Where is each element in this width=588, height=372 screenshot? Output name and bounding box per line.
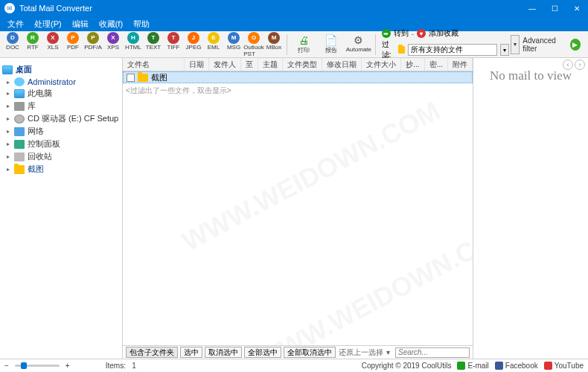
filter-hint[interactable]: <过滤出了一些文件，双击显示> xyxy=(123,83,473,98)
desktop-icon xyxy=(2,65,13,74)
user-icon xyxy=(14,77,25,86)
e-mail-link[interactable]: E-mail xyxy=(457,362,488,370)
expand-icon[interactable]: ▸ xyxy=(5,128,11,135)
expand-icon[interactable]: ▸ xyxy=(5,115,11,122)
restore-dropdown-icon[interactable]: ▾ xyxy=(386,348,390,356)
select-action-button[interactable]: 取消选中 xyxy=(205,347,242,358)
tree-node[interactable]: ▸截图 xyxy=(2,163,120,176)
menu-item[interactable]: 编辑 xyxy=(68,17,93,31)
column-header-cell[interactable]: 密... xyxy=(425,58,448,71)
menu-item[interactable]: 帮助 xyxy=(129,17,154,31)
打印-button[interactable]: 🖨打印 xyxy=(290,34,317,54)
expand-icon[interactable]: ▸ xyxy=(5,79,11,86)
export-pdf-button[interactable]: PPDF xyxy=(63,32,83,57)
column-header-cell[interactable]: 文件名 xyxy=(123,58,185,71)
column-header-cell[interactable]: 文件类型 xyxy=(283,58,322,71)
column-header-cell[interactable]: 修改日期 xyxy=(322,58,362,71)
automate-button[interactable]: ⚙Automate xyxy=(345,34,372,54)
export-jpeg-button[interactable]: JJPEG xyxy=(184,32,203,57)
tree-node[interactable]: ▸库 xyxy=(2,100,120,112)
disc-icon xyxy=(14,115,25,124)
tree-root-label: 桌面 xyxy=(16,64,32,75)
menu-item[interactable]: 文件 xyxy=(3,17,28,31)
menu-item[interactable]: 收藏(f) xyxy=(95,17,127,31)
expand-icon[interactable]: ▸ xyxy=(5,90,11,97)
facebook-icon xyxy=(495,362,503,370)
tree-node[interactable]: ▸回收站 xyxy=(2,150,120,163)
restore-selection-link[interactable]: 还原上一选择 xyxy=(339,347,383,358)
export-tiff-button[interactable]: TTIFF xyxy=(164,32,183,57)
tree-node-label: 回收站 xyxy=(28,151,52,162)
goto-link[interactable]: 转到 xyxy=(394,28,409,39)
tree-node-label: 网络 xyxy=(28,126,44,137)
format-icon: H xyxy=(127,32,139,44)
column-header-cell[interactable]: 日期 xyxy=(185,58,209,71)
row-checkbox[interactable] xyxy=(127,74,135,82)
tree-node[interactable]: ▸此电脑 xyxy=(2,87,120,100)
export-xps-button[interactable]: XXPS xyxy=(103,32,123,57)
automate-icon: ⚙ xyxy=(354,34,363,46)
close-button[interactable]: ✕ xyxy=(566,0,588,16)
youtube-link[interactable]: YouTube xyxy=(544,362,584,370)
tree-root[interactable]: 桌面 xyxy=(2,62,120,77)
tree-node[interactable]: ▸网络 xyxy=(2,125,120,138)
column-header-cell[interactable]: 文件大小 xyxy=(362,58,401,71)
preview-prev-button[interactable]: ‹ xyxy=(563,60,573,70)
zoom-slider[interactable] xyxy=(15,365,60,367)
expand-icon[interactable]: ▸ xyxy=(5,166,11,173)
export-msg-button[interactable]: MMSG xyxy=(224,32,243,57)
filter-input[interactable] xyxy=(408,44,497,56)
format-icon: M xyxy=(228,32,240,44)
zoom-in-button[interactable]: + xyxy=(65,362,70,370)
file-row[interactable]: 截图 xyxy=(123,71,473,83)
export-xls-button[interactable]: XXLS xyxy=(43,32,63,57)
goto-icon: ➡ xyxy=(382,29,391,38)
export-outlook pst-button[interactable]: OOutlook PST xyxy=(244,32,263,57)
export-doc-button[interactable]: DDOC xyxy=(3,32,22,57)
select-action-button[interactable]: 选中 xyxy=(180,347,202,358)
filter-folder-icon xyxy=(398,46,405,54)
items-label: Items: xyxy=(106,362,126,370)
app-title: Total Mail Converter xyxy=(19,4,92,13)
select-action-button[interactable]: 全部取消选中 xyxy=(284,347,336,358)
column-header-cell[interactable]: 抄... xyxy=(401,58,424,71)
statusbar: − + Items: 1 Copyright © 2019 CoolUtils … xyxy=(0,359,588,372)
run-filter-icon[interactable]: ▶ xyxy=(570,39,581,51)
window-controls: — ☐ ✕ xyxy=(521,0,588,16)
facebook-link[interactable]: Facebook xyxy=(495,362,538,370)
minimize-button[interactable]: — xyxy=(521,0,543,16)
zoom-out-button[interactable]: − xyxy=(4,362,9,370)
tree-node[interactable]: ▸CD 驱动器 (E:) CF Setup xyxy=(2,112,120,125)
export-eml-button[interactable]: EEML xyxy=(204,32,223,57)
export-html-button[interactable]: HHTML xyxy=(124,32,143,57)
column-header-cell[interactable]: 主题 xyxy=(258,58,283,71)
file-list[interactable]: 截图 <过滤出了一些文件，双击显示>WWW.WEIDOWN.COM WWW.WE… xyxy=(123,71,473,345)
select-action-button[interactable]: 全部选中 xyxy=(244,347,281,358)
export-text-button[interactable]: TTEXT xyxy=(144,32,163,57)
export-pdf/a-button[interactable]: PPDF/A xyxy=(83,32,103,57)
column-header-cell[interactable]: 至 xyxy=(241,58,258,71)
expand-icon[interactable]: ▸ xyxy=(5,153,11,160)
export-mbox-button[interactable]: MMBox xyxy=(264,32,284,57)
filter-label: 过滤: xyxy=(382,39,395,60)
search-input[interactable] xyxy=(395,347,470,358)
maximize-button[interactable]: ☐ xyxy=(543,0,566,16)
advanced-filter-dropdown[interactable]: ▾ xyxy=(511,35,520,54)
menu-item[interactable]: 处理(P) xyxy=(30,17,66,31)
报告-button[interactable]: 📄报告 xyxy=(318,34,345,54)
preview-next-button[interactable]: › xyxy=(575,60,585,70)
advanced-filter-link[interactable]: Advanced filter xyxy=(523,36,566,53)
tree-node[interactable]: ▸控制面板 xyxy=(2,138,120,150)
expand-icon[interactable]: ▸ xyxy=(5,141,11,147)
app-icon: ✉ xyxy=(4,3,15,13)
tree-node-label: Administrator xyxy=(28,77,76,86)
add-favorite-link[interactable]: 添加收藏 xyxy=(429,28,458,39)
format-icon: P xyxy=(87,32,99,44)
expand-icon[interactable]: ▸ xyxy=(5,103,11,109)
select-action-button[interactable]: 包含子文件夹 xyxy=(126,347,178,358)
tree-node[interactable]: ▸Administrator xyxy=(2,77,120,87)
export-rtf-button[interactable]: RRTF xyxy=(23,32,42,57)
filter-dropdown-button[interactable]: ▾ xyxy=(500,44,508,56)
column-header-cell[interactable]: 附件 xyxy=(448,58,473,71)
column-header-cell[interactable]: 发件人 xyxy=(209,58,241,71)
